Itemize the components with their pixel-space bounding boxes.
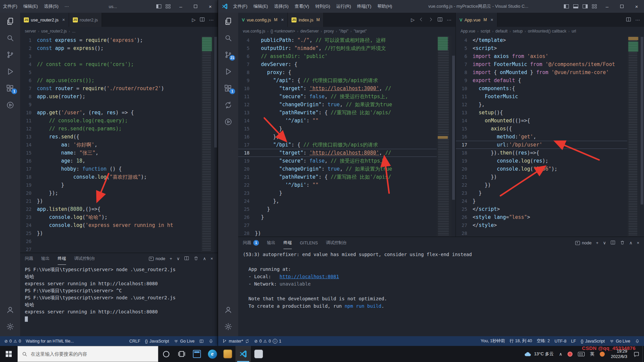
run-file-button[interactable]: ▷ <box>192 17 196 22</box>
code-line[interactable]: 12 }, <box>456 101 627 109</box>
breadcrumb-item[interactable]: onMounted() callback <box>528 29 567 34</box>
minimize-button[interactable]: – <box>600 0 614 13</box>
menu-selection[interactable]: 选择(S) <box>41 2 61 11</box>
kill-terminal-icon[interactable] <box>194 256 199 262</box>
code-line[interactable]: 21 "pathRewrite": { //重写路径 比如'/apis/ <box>238 173 437 181</box>
code-line[interactable]: 28}) <box>238 229 437 237</box>
indentation-indicator[interactable]: 空格: 2 <box>534 336 552 346</box>
panel-tab-terminal[interactable]: 终端 <box>283 237 292 249</box>
code-line[interactable]: 15 name: "张三", <box>20 149 201 157</box>
code-line[interactable]: 24 console.log('express server running i… <box>20 221 201 229</box>
breadcrumb-item[interactable]: setup <box>513 29 523 34</box>
bell-icon[interactable] <box>206 336 216 346</box>
code-line[interactable]: 14 '^/api': "" <box>238 117 437 125</box>
code-line[interactable]: 25</script> <box>456 205 627 213</box>
show-desktop-button[interactable] <box>642 346 644 362</box>
code-line[interactable]: 12 // res.send(req.params); <box>20 125 201 133</box>
bell-icon[interactable] <box>633 336 642 346</box>
code-line[interactable]: 10 "target": 'http://localhost:3000', // <box>238 84 437 93</box>
minimap[interactable] <box>627 36 640 237</box>
nav-back-icon[interactable] <box>419 17 424 23</box>
language-mode[interactable]: {}JavaScript <box>143 336 171 346</box>
close-panel-icon[interactable]: × <box>210 256 213 261</box>
breadcrumb-item[interactable]: use_router2.js <box>41 29 67 34</box>
code-line[interactable]: 19 "secure": false, // 接受运行在https上, <box>238 157 437 165</box>
eol-indicator[interactable]: LF <box>569 336 579 346</box>
panel-tab-gitlens[interactable]: GITLENS <box>300 237 318 249</box>
code-line[interactable]: 16 method:'get', <box>456 133 627 141</box>
code-line[interactable]: 23 } <box>456 189 627 197</box>
menu-overflow[interactable]: ··· <box>61 2 72 11</box>
split-editor-icon[interactable] <box>437 17 443 23</box>
breadcrumb-item[interactable]: default <box>495 29 507 34</box>
code-line[interactable]: 28 <box>456 229 627 237</box>
code-line[interactable]: 4// const cors = require('cors'); <box>20 60 201 68</box>
extensions-icon[interactable]: 1 <box>0 80 20 97</box>
menu-run[interactable]: 运行(R) <box>333 2 354 11</box>
run-file-button[interactable]: ▷ <box>411 17 415 22</box>
tab-close-icon[interactable]: × <box>281 17 284 22</box>
panel-tab-output[interactable]: 输出 <box>41 253 50 265</box>
source-control-icon[interactable]: 21 <box>218 46 238 63</box>
tray-app-icon[interactable] <box>597 346 607 362</box>
menu-edit[interactable]: 编辑(E) <box>20 2 41 11</box>
breadcrumb-item[interactable]: url <box>572 29 576 34</box>
close-button[interactable]: × <box>629 0 644 13</box>
code-line[interactable]: 9export default { <box>456 76 627 84</box>
settings-gear-icon[interactable] <box>218 318 238 335</box>
breadcrumb-item[interactable]: devServer <box>300 29 319 34</box>
go-live-button[interactable]: Go Live <box>607 336 633 346</box>
more-actions-icon[interactable]: ··· <box>635 17 640 22</box>
code-line[interactable]: 12 "changeOrigin": true, // 如果设置为true <box>238 101 437 109</box>
vscode-taskbar-button[interactable] <box>235 346 251 362</box>
code-line[interactable]: 14 aa: '你好啊', <box>20 141 201 149</box>
problems-status[interactable]: ⊘0 ⚠0 i1 <box>252 336 284 346</box>
weather-widget[interactable]: 13°C 多云 <box>522 346 556 362</box>
code-line[interactable]: 18 "target": 'http://localhost:8080', // <box>238 149 437 157</box>
tray-expand-chevron[interactable]: ∧ <box>556 346 565 362</box>
code-line[interactable]: 9 "/api": { // 代理接口前缀为/apis的请求 <box>238 76 437 84</box>
account-icon[interactable] <box>0 301 20 318</box>
menu-file[interactable]: 文件(F) <box>230 2 251 11</box>
code-line[interactable]: 15 axios({ <box>456 125 627 133</box>
code-line[interactable]: 27 <box>238 221 437 229</box>
code-line[interactable]: 23 console.log("哈哈"); <box>20 213 201 221</box>
toggle-sidebar-icon[interactable] <box>154 2 163 11</box>
code-line[interactable]: 4 publicPath: "./", // 可以设置成相对路径, 这样 <box>238 36 437 44</box>
git-branch-status[interactable]: master* <box>220 336 252 346</box>
breadcrumb-item[interactable]: "target" <box>354 29 367 34</box>
run-debug-icon[interactable] <box>0 63 20 80</box>
start-button[interactable] <box>0 346 17 362</box>
editor-scrollbar[interactable] <box>640 36 644 237</box>
code-line[interactable]: 15 } <box>238 125 437 133</box>
sync-icon[interactable] <box>218 97 238 113</box>
code-line[interactable]: 6// app.use(cors()); <box>20 76 201 84</box>
tab-vue-config[interactable]: V vue.config.js M × <box>238 13 288 27</box>
code-line[interactable]: 22app.listen(8080,()=>{ <box>20 205 201 213</box>
code-line[interactable]: 19 console.log(res); <box>456 157 627 165</box>
code-line[interactable]: 9 <box>20 101 201 109</box>
code-line[interactable]: 8import { onMounted } from '@vue/runtime… <box>456 68 627 76</box>
code-line[interactable]: 25 } <box>238 205 437 213</box>
search-input[interactable] <box>31 351 142 357</box>
code-line[interactable]: 26 <box>20 237 201 245</box>
more-actions-icon[interactable]: ··· <box>209 17 214 22</box>
code-line[interactable]: 17 "/bpi": { // 代理接口前缀为/apis的请求 <box>238 141 437 149</box>
code-line[interactable]: 16 age: 18, <box>20 157 201 165</box>
maximize-panel-icon[interactable]: ∧ <box>203 256 206 261</box>
menu-edit[interactable]: 编辑(E) <box>251 2 271 11</box>
account-icon[interactable] <box>218 301 238 318</box>
encoding-indicator[interactable]: UTF-8 <box>552 336 569 346</box>
tab-router2[interactable]: JS router2.js <box>69 13 102 27</box>
new-terminal-button[interactable]: + <box>170 256 172 261</box>
minimize-button[interactable]: – <box>173 0 188 13</box>
tray-red-icon[interactable] <box>565 346 575 362</box>
touch-keyboard-icon[interactable] <box>575 346 587 362</box>
code-line[interactable]: 22 '^/bpi': "" <box>238 181 437 189</box>
shell-selector[interactable]: node <box>149 256 165 261</box>
yellow-app-button[interactable] <box>220 346 235 362</box>
code-line[interactable]: 16 }, <box>238 133 437 141</box>
toggle-panel-icon[interactable] <box>571 2 580 11</box>
code-line[interactable]: 8 proxy: { <box>238 68 437 76</box>
editor-scrollbar[interactable] <box>451 36 455 237</box>
